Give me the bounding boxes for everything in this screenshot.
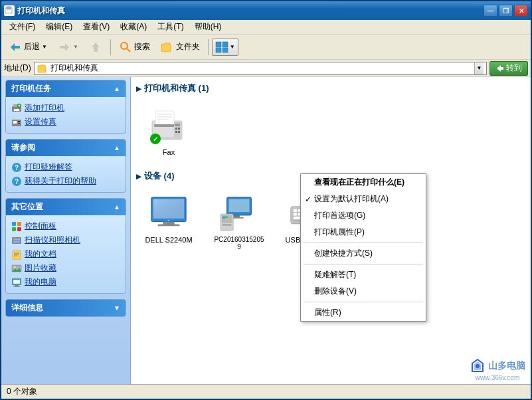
context-menu-set-default[interactable]: ✓ 设置为默认打印机(A) — [301, 191, 426, 207]
svg-rect-61 — [153, 199, 184, 218]
search-button[interactable]: 搜索 — [114, 38, 155, 56]
svg-marker-3 — [60, 43, 69, 51]
address-bar: 地址(D) ▼ 转到 — [1, 60, 531, 77]
context-menu-printer-props[interactable]: 打印机属性(P) — [301, 224, 426, 241]
my-docs-link[interactable]: 我的文档 — [11, 247, 120, 261]
svg-rect-16 — [14, 109, 19, 111]
menu-bar: 文件(F) 编辑(E) 查看(V) 收藏(A) 工具(T) 帮助(H) — [1, 20, 531, 35]
menu-file[interactable]: 文件(F) — [4, 20, 41, 34]
svg-rect-53 — [175, 124, 180, 126]
svg-point-5 — [121, 43, 128, 49]
svg-text:?: ? — [15, 178, 19, 185]
printer-tasks-collapse-icon: ▲ — [114, 85, 120, 92]
restore-button[interactable]: ❐ — [499, 5, 513, 17]
context-menu-print-prefs[interactable]: 打印首选项(G) — [301, 207, 426, 224]
forward-button[interactable]: ▼ — [53, 38, 83, 56]
left-panel: 打印机任务 ▲ 添加打印机 — [1, 77, 131, 384]
svg-rect-9 — [222, 42, 228, 47]
up-button[interactable] — [84, 38, 107, 56]
svg-rect-8 — [216, 42, 221, 47]
svg-text:?: ? — [15, 164, 19, 171]
svg-point-40 — [13, 266, 16, 268]
see-also-content: ? 打印疑难解答 ? 获得关于打印的帮助 — [6, 156, 126, 192]
menu-help[interactable]: 帮助(H) — [189, 20, 227, 34]
svg-rect-11 — [222, 48, 228, 52]
watermark-url: www.366v.com — [470, 374, 525, 381]
scanner-icon — [11, 235, 22, 246]
svg-rect-45 — [13, 286, 20, 287]
window-controls: — ❐ ✕ — [484, 5, 528, 17]
views-button[interactable]: ▼ — [212, 39, 238, 56]
menu-favorites[interactable]: 收藏(A) — [115, 20, 152, 34]
svg-rect-28 — [12, 222, 16, 226]
close-button[interactable]: ✕ — [514, 5, 528, 17]
fax-label: Fax — [163, 148, 175, 156]
svg-rect-71 — [222, 216, 226, 218]
watermark: 山多电脑 www.366v.com — [470, 358, 525, 381]
details-collapse-icon: ▼ — [114, 304, 120, 312]
pc-label: PC201603152059 — [214, 236, 264, 250]
context-menu: 查看现在正在打印什么(E) ✓ 设置为默认打印机(A) 打印首选项(G) 打印机… — [300, 173, 426, 322]
svg-point-102 — [476, 364, 480, 368]
menu-edit[interactable]: 编辑(E) — [41, 20, 78, 34]
forward-icon — [58, 41, 71, 54]
other-places-collapse-icon: ▲ — [114, 203, 120, 211]
context-menu-create-shortcut[interactable]: 创建快捷方式(S) — [301, 245, 426, 262]
svg-rect-35 — [13, 250, 21, 260]
menu-tools[interactable]: 工具(T) — [152, 20, 189, 34]
folders-icon — [161, 41, 174, 54]
svg-rect-84 — [294, 213, 298, 216]
svg-rect-51 — [154, 124, 175, 127]
fax-device-item[interactable]: ✓ Fax — [139, 102, 199, 159]
svg-rect-56 — [175, 131, 177, 133]
back-icon — [9, 41, 22, 54]
svg-rect-55 — [178, 128, 180, 130]
printers-section: 打印机和传真 (1) — [136, 82, 525, 162]
address-input[interactable] — [50, 64, 472, 73]
svg-rect-73 — [222, 224, 232, 225]
context-sep-1 — [304, 243, 423, 243]
context-sep-3 — [304, 302, 423, 302]
scanner-link[interactable]: 扫描仪和照相机 — [11, 233, 120, 247]
context-menu-troubleshoot[interactable]: 疑难解答(T) — [301, 266, 426, 283]
status-bar: 0 个对象 — [1, 384, 531, 399]
pictures-link[interactable]: 图片收藏 — [11, 261, 120, 275]
back-button[interactable]: 后退 ▼ — [4, 38, 52, 56]
svg-rect-22 — [18, 121, 20, 122]
svg-rect-54 — [175, 128, 177, 130]
panel-other-places: 其它位置 ▲ 控制面板 — [5, 198, 126, 294]
dell-monitor-item[interactable]: DELL S2240M — [139, 190, 199, 255]
context-menu-properties[interactable]: 属性(R) — [301, 304, 426, 321]
svg-rect-47 — [155, 111, 174, 126]
context-menu-delete-device[interactable]: 删除设备(V) — [301, 283, 426, 300]
setup-fax-link[interactable]: 设置传真 — [11, 115, 120, 129]
see-also-header[interactable]: 请参阅 ▲ — [6, 140, 126, 156]
my-computer-link[interactable]: 我的电脑 — [11, 275, 120, 289]
add-printer-link[interactable]: 添加打印机 — [11, 101, 120, 115]
pc-icon — [219, 193, 259, 233]
main-window: 打印机和传真 — ❐ ✕ 文件(F) 编辑(E) 查看(V) 收藏(A) 工具(… — [0, 0, 532, 400]
other-places-header[interactable]: 其它位置 ▲ — [6, 199, 126, 215]
print-help-link[interactable]: ? 获得关于打印的帮助 — [11, 174, 120, 188]
svg-rect-44 — [15, 285, 19, 286]
menu-view[interactable]: 查看(V) — [78, 20, 115, 34]
details-header[interactable]: 详细信息 ▼ — [6, 300, 126, 316]
minimize-button[interactable]: — — [484, 5, 497, 17]
address-dropdown[interactable]: ▼ — [474, 62, 484, 74]
other-places-content: 控制面板 扫描仪和照相机 — [6, 215, 126, 293]
printer-tasks-header[interactable]: 打印机任务 ▲ — [6, 80, 126, 97]
pc-item[interactable]: PC201603152059 — [209, 190, 269, 255]
control-panel-link[interactable]: 控制面板 — [11, 219, 120, 233]
context-menu-print-now[interactable]: 查看现在正在打印什么(E) — [301, 174, 426, 191]
default-printer-check: ✓ — [150, 134, 161, 144]
go-button[interactable]: 转到 — [489, 61, 528, 76]
watermark-logo — [470, 358, 486, 374]
help2-icon: ? — [11, 176, 22, 187]
print-troubleshoot-link[interactable]: ? 打印疑难解答 — [11, 160, 120, 174]
status-text: 0 个对象 — [7, 386, 37, 397]
svg-rect-31 — [17, 227, 21, 231]
my-docs-icon — [11, 249, 22, 260]
folders-button[interactable]: 文件夹 — [156, 38, 205, 56]
address-label: 地址(D) — [4, 62, 31, 74]
address-folder-icon — [37, 63, 48, 74]
